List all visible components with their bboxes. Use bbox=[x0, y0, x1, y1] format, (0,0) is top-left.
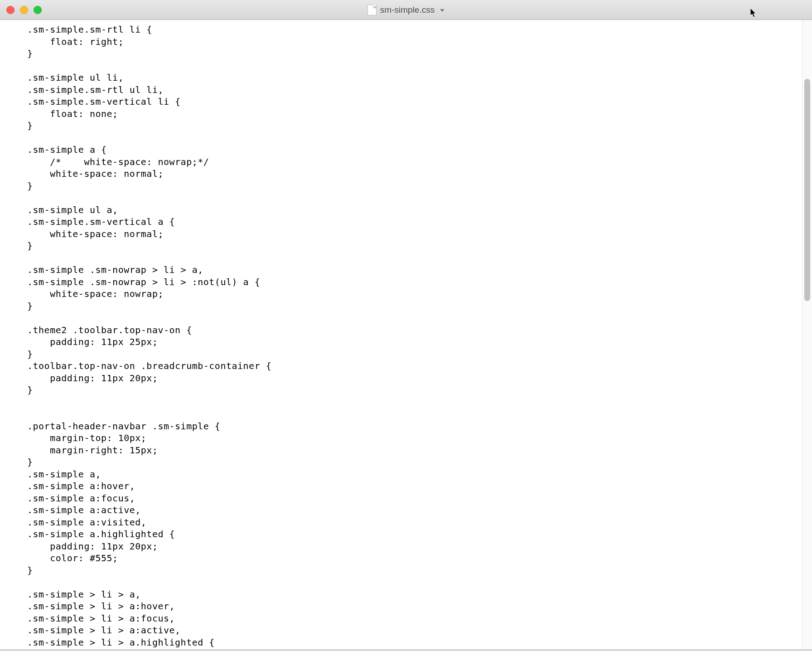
close-button[interactable] bbox=[6, 6, 14, 14]
mouse-cursor-icon bbox=[750, 8, 758, 18]
scrollbar-thumb[interactable] bbox=[804, 79, 810, 301]
title-dropdown[interactable]: sm-simple.css bbox=[367, 5, 445, 15]
scrollbar-track[interactable] bbox=[802, 20, 812, 649]
window-title: sm-simple.css bbox=[380, 5, 435, 15]
code-editor[interactable]: .sm-simple.sm-rtl li { float: right; } .… bbox=[0, 20, 802, 649]
traffic-lights bbox=[6, 6, 42, 14]
window-titlebar: sm-simple.css bbox=[0, 0, 812, 20]
chevron-down-icon bbox=[440, 9, 445, 12]
file-icon bbox=[367, 5, 377, 15]
minimize-button[interactable] bbox=[20, 6, 28, 14]
zoom-button[interactable] bbox=[34, 6, 42, 14]
window-bottom-border bbox=[0, 649, 812, 651]
content-area: .sm-simple.sm-rtl li { float: right; } .… bbox=[0, 20, 812, 649]
